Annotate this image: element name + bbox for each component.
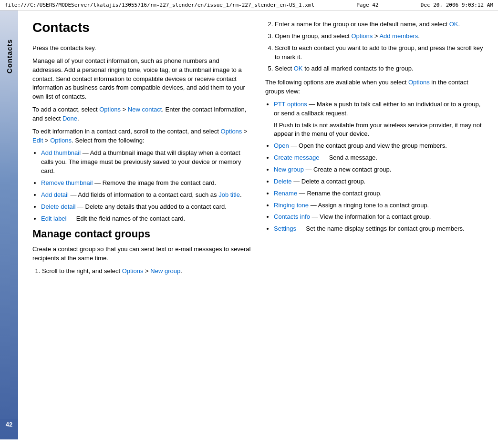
ptt-note: If Push to talk is not available from yo…	[274, 121, 484, 139]
done-link[interactable]: Done	[62, 115, 77, 122]
option-rename: Rename — Rename the contact group.	[274, 189, 484, 198]
contact-group-options-list: PTT options — Make a push to talk call e…	[265, 100, 484, 234]
option-contacts-info: Contacts info — View the information for…	[274, 213, 484, 222]
list-item-add-detail: Add detail — Add fields of information t…	[41, 191, 251, 200]
option-open: Open — Open the contact group and view t…	[274, 142, 484, 151]
option-delete: Delete — Delete a contact group.	[274, 177, 484, 186]
step-5: Select OK to add all marked contacts to …	[275, 64, 484, 73]
add-members-link[interactable]: Add members	[379, 32, 418, 40]
file-path: file:///C:/USERS/MODEServer/lkatajis/130…	[5, 2, 314, 8]
delete-detail-link[interactable]: Delete detail	[41, 203, 75, 210]
date-time: Dec 20, 2006 9:03:12 AM	[421, 2, 493, 8]
right-column: Enter a name for the group or use the de…	[265, 20, 484, 425]
list-item-delete-detail: Delete detail — Delete any details that …	[41, 203, 251, 212]
create-message-link[interactable]: Create message	[274, 154, 319, 161]
options-link-intro[interactable]: Options	[408, 79, 430, 86]
intro-p1: Press the contacts key.	[32, 44, 251, 53]
options-link-1[interactable]: Options	[99, 106, 121, 113]
list-item-remove-thumbnail: Remove thumbnail — Remove the image from…	[41, 179, 251, 188]
edit-label-link[interactable]: Edit label	[41, 215, 66, 222]
contacts-info-link[interactable]: Contacts info	[274, 213, 310, 220]
option-new-group: New group — Create a new contact group.	[274, 165, 484, 174]
options-link-2[interactable]: Options	[221, 128, 242, 135]
step-2: Enter a name for the group or use the de…	[275, 20, 484, 29]
option-settings: Settings — Set the name display settings…	[274, 224, 484, 234]
settings-link[interactable]: Settings	[274, 225, 296, 232]
content-area: Contacts Press the contacts key. Manage …	[18, 10, 498, 439]
option-ptt: PTT options — Make a push to talk call e…	[274, 100, 484, 139]
options-link-step3[interactable]: Options	[351, 32, 373, 40]
section2-intro: Create a contact group so that you can s…	[32, 245, 251, 263]
sidebar-label: Contacts	[5, 39, 13, 73]
delete-link[interactable]: Delete	[274, 178, 292, 185]
options-link-3[interactable]: Options	[50, 137, 72, 144]
edit-options-list: Add thumbnail — Add a thumbnail image th…	[32, 149, 251, 223]
numbered-steps-list-right: Enter a name for the group or use the de…	[265, 20, 484, 73]
open-link[interactable]: Open	[274, 142, 289, 149]
add-detail-link[interactable]: Add detail	[41, 191, 69, 198]
page-wrapper: Contacts 42 Contacts Press the contacts …	[0, 10, 498, 439]
ok-link-step2[interactable]: OK	[449, 20, 458, 28]
left-column: Contacts Press the contacts key. Manage …	[32, 20, 251, 425]
add-thumbnail-link[interactable]: Add thumbnail	[41, 149, 81, 156]
edit-contact-para: To edit information in a contact card, s…	[32, 127, 251, 145]
rename-link[interactable]: Rename	[274, 190, 297, 197]
new-group-link-step1[interactable]: New group	[150, 267, 180, 275]
option-ringing-tone: Ringing tone — Assign a ringing tone to …	[274, 201, 484, 210]
step-4: Scroll to each contact you want to add t…	[275, 44, 484, 62]
intro-p2: Manage all of your contact information, …	[32, 57, 251, 102]
ringing-tone-link[interactable]: Ringing tone	[274, 202, 309, 209]
ptt-options-link[interactable]: PTT options	[274, 101, 307, 108]
step-3: Open the group, and select Options > Add…	[275, 32, 484, 41]
edit-link[interactable]: Edit	[32, 137, 43, 144]
numbered-steps-list: Scroll to the right, and select Options …	[32, 267, 251, 276]
list-item-add-thumbnail: Add thumbnail — Add a thumbnail image th…	[41, 149, 251, 176]
page-number-box: 42	[0, 419, 18, 430]
option-create-message: Create message — Send a message.	[274, 153, 484, 163]
new-contact-link[interactable]: New contact	[128, 106, 162, 113]
options-intro-para: The following options are available when…	[265, 78, 484, 96]
top-bar: file:///C:/USERS/MODEServer/lkatajis/130…	[0, 0, 498, 10]
ok-link-step5[interactable]: OK	[294, 65, 303, 72]
sidebar: Contacts 42	[0, 10, 18, 439]
new-group-link-option[interactable]: New group	[274, 166, 304, 173]
options-link-step1[interactable]: Options	[122, 267, 144, 275]
step-1: Scroll to the right, and select Options …	[42, 267, 251, 276]
job-title-link[interactable]: Job title	[218, 191, 240, 198]
list-item-edit-label: Edit label — Edit the field names of the…	[41, 214, 251, 224]
section2-title: Manage contact groups	[32, 228, 251, 240]
remove-thumbnail-link[interactable]: Remove thumbnail	[41, 179, 93, 186]
page-title: Contacts	[32, 20, 251, 35]
page-number-top: Page 42	[356, 2, 378, 8]
add-contact-para: To add a contact, select Options > New c…	[32, 105, 251, 123]
